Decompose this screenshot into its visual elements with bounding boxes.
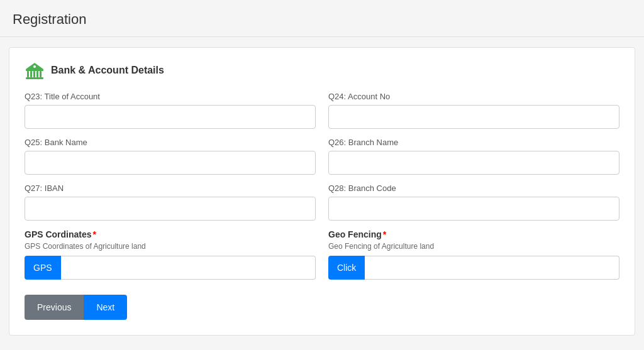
- form-row-1: Q23: Title of Account Q24: Account No: [25, 92, 619, 129]
- geofencing-input-row: Click: [328, 256, 619, 280]
- input-q28[interactable]: [328, 197, 619, 221]
- gps-group: GPS Cordinates* GPS Coordinates of Agric…: [25, 229, 316, 280]
- svg-rect-4: [36, 71, 38, 77]
- form-group-q24: Q24: Account No: [328, 92, 619, 129]
- previous-button[interactable]: Previous: [25, 295, 84, 320]
- footer-nav: Previous Next: [25, 295, 619, 320]
- page-title: Registration: [13, 11, 631, 28]
- form-group-q27: Q27: IBAN: [25, 183, 316, 221]
- svg-rect-5: [40, 71, 42, 77]
- form-group-q25: Q25: Bank Name: [25, 138, 316, 175]
- input-q27[interactable]: [25, 197, 316, 221]
- input-q26[interactable]: [328, 151, 619, 175]
- svg-rect-6: [26, 77, 43, 79]
- svg-rect-3: [33, 71, 35, 77]
- svg-rect-2: [30, 71, 32, 77]
- bank-icon: [25, 60, 45, 80]
- geofencing-input[interactable]: [365, 256, 619, 280]
- geofencing-label: Geo Fencing*: [328, 229, 619, 239]
- form-group-q26: Q26: Branch Name: [328, 138, 619, 175]
- click-button[interactable]: Click: [328, 256, 365, 280]
- input-q25[interactable]: [25, 151, 316, 175]
- label-q28: Q28: Branch Code: [328, 183, 619, 193]
- input-q23[interactable]: [25, 105, 316, 129]
- gps-button[interactable]: GPS: [25, 256, 61, 280]
- form-group-q23: Q23: Title of Account: [25, 92, 316, 129]
- label-q25: Q25: Bank Name: [25, 138, 316, 147]
- form-row-3: Q27: IBAN Q28: Branch Code: [25, 183, 619, 221]
- geofencing-required-star: *: [383, 229, 386, 239]
- form-row-2: Q25: Bank Name Q26: Branch Name: [25, 138, 619, 175]
- section-header: Bank & Account Details: [25, 60, 619, 80]
- input-q24[interactable]: [328, 105, 619, 129]
- svg-rect-1: [27, 71, 29, 77]
- gps-section: GPS Cordinates* GPS Coordinates of Agric…: [25, 229, 619, 280]
- label-q27: Q27: IBAN: [25, 183, 316, 193]
- geofencing-group: Geo Fencing* Geo Fencing of Agriculture …: [328, 229, 619, 280]
- svg-point-8: [33, 65, 36, 68]
- gps-required-star: *: [93, 229, 96, 239]
- gps-input-row: GPS: [25, 256, 316, 280]
- section-title: Bank & Account Details: [51, 65, 164, 76]
- svg-rect-0: [26, 69, 43, 71]
- label-q23: Q23: Title of Account: [25, 92, 316, 101]
- next-button[interactable]: Next: [84, 295, 127, 320]
- main-content: Bank & Account Details Q23: Title of Acc…: [9, 47, 635, 336]
- gps-input[interactable]: [61, 256, 316, 280]
- form-group-q28: Q28: Branch Code: [328, 183, 619, 221]
- geofencing-sub-label: Geo Fencing of Agriculture land: [328, 242, 619, 251]
- label-q24: Q24: Account No: [328, 92, 619, 101]
- gps-label: GPS Cordinates*: [25, 229, 316, 239]
- page-header: Registration: [0, 0, 644, 37]
- gps-sub-label: GPS Coordinates of Agriculture land: [25, 242, 316, 251]
- label-q26: Q26: Branch Name: [328, 138, 619, 147]
